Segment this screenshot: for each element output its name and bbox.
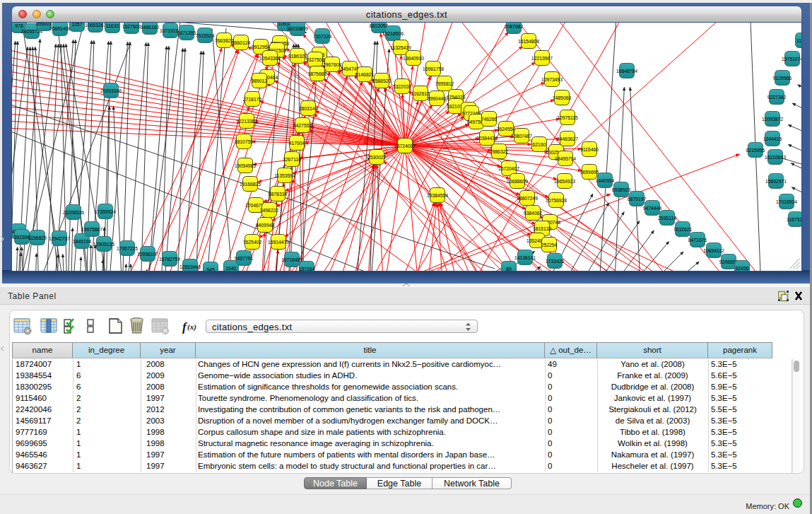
svg-text:1440954: 1440954 [596, 178, 615, 183]
svg-text:12213967: 12213967 [531, 56, 553, 61]
svg-text:12213383: 12213383 [236, 119, 257, 124]
svg-text:12905135: 12905135 [93, 242, 114, 247]
svg-text:2718176: 2718176 [243, 97, 262, 102]
svg-text:12975115: 12975115 [557, 115, 578, 120]
svg-text:10688609: 10688609 [507, 179, 528, 184]
svg-text:1057: 1057 [71, 23, 82, 27]
svg-text:16782759: 16782759 [159, 257, 180, 262]
svg-text:1167534: 1167534 [787, 217, 801, 222]
svg-text:7663822: 7663822 [215, 38, 234, 43]
svg-text:8454749: 8454749 [341, 66, 360, 71]
svg-text:978: 978 [15, 23, 23, 28]
svg-text:1815132: 1815132 [533, 226, 552, 231]
svg-text:252254: 252254 [541, 243, 558, 247]
svg-text:16914479: 16914479 [268, 240, 289, 245]
svg-text:17957225: 17957225 [117, 246, 138, 251]
svg-text:89: 89 [506, 267, 512, 271]
svg-text:12923446: 12923446 [180, 264, 201, 269]
svg-text:11325419: 11325419 [390, 45, 411, 50]
svg-text:(x): (x) [187, 322, 196, 332]
svg-text:2967608: 2967608 [323, 62, 342, 67]
svg-text:10543362: 10543362 [259, 56, 281, 61]
svg-text:16210643: 16210643 [765, 155, 786, 160]
svg-text:12093872: 12093872 [762, 117, 783, 122]
svg-text:2530027: 2530027 [367, 155, 387, 160]
svg-text:62160: 62160 [533, 142, 546, 147]
svg-text:2935114: 2935114 [658, 216, 676, 221]
svg-text:8409948: 8409948 [256, 223, 275, 228]
svg-text:19384554: 19384554 [427, 193, 448, 198]
svg-text:8813054: 8813054 [370, 23, 389, 28]
svg-text:8878334: 8878334 [269, 192, 288, 197]
svg-text:15720407: 15720407 [498, 166, 519, 171]
svg-text:1671355: 1671355 [177, 30, 196, 35]
svg-text:8427552: 8427552 [293, 123, 312, 128]
svg-text:989012: 989012 [252, 78, 268, 83]
svg-text:8660124: 8660124 [232, 40, 251, 45]
svg-text:18495794: 18495794 [555, 156, 576, 161]
svg-text:14463627: 14463627 [557, 136, 578, 141]
svg-text:92456: 92456 [736, 266, 749, 271]
svg-text:7625402: 7625402 [243, 240, 262, 245]
svg-text:1244415: 1244415 [763, 136, 782, 141]
svg-text:20053346: 20053346 [100, 88, 122, 93]
svg-text:8990448: 8990448 [428, 96, 447, 101]
svg-text:746266: 746266 [481, 117, 498, 122]
svg-text:1156829: 1156829 [28, 235, 47, 240]
svg-text:9115460: 9115460 [580, 147, 599, 152]
svg-text:11123: 11123 [796, 38, 801, 43]
svg-text:17359924: 17359924 [95, 209, 116, 214]
svg-text:7357224: 7357224 [313, 34, 332, 39]
svg-text:10756928: 10756928 [546, 198, 567, 203]
svg-text:417004: 417004 [289, 141, 305, 146]
svg-text:15751074: 15751074 [782, 57, 801, 62]
svg-text:1810755: 1810755 [235, 139, 254, 144]
svg-text:16154808: 16154808 [518, 39, 539, 44]
svg-text:7632621: 7632621 [673, 227, 693, 232]
svg-text:9699695: 9699695 [580, 170, 599, 175]
svg-text:2087682: 2087682 [505, 24, 524, 29]
svg-text:8471676: 8471676 [688, 238, 707, 243]
svg-text:19218506: 19218506 [382, 31, 404, 36]
svg-text:1845194: 1845194 [73, 239, 92, 244]
svg-text:10654112: 10654112 [703, 248, 724, 253]
svg-text:7986322: 7986322 [490, 149, 509, 154]
svg-text:17016504: 17016504 [776, 199, 797, 204]
svg-text:7515524: 7515524 [196, 33, 215, 38]
svg-text:9129966: 9129966 [773, 76, 792, 81]
svg-text:18807249: 18807249 [517, 196, 538, 201]
svg-text:11633: 11633 [106, 23, 119, 28]
svg-text:15716485: 15716485 [281, 257, 302, 262]
svg-text:7485063: 7485063 [553, 95, 572, 100]
svg-text:3498222: 3498222 [260, 208, 279, 213]
svg-text:10653267: 10653267 [85, 23, 106, 28]
svg-text:16961758: 16961758 [423, 66, 444, 71]
svg-text:9146821: 9146821 [355, 72, 375, 77]
svg-text:6879197: 6879197 [628, 197, 647, 201]
svg-text:1162615: 1162615 [411, 91, 430, 96]
svg-text:20364436: 20364436 [476, 136, 498, 141]
svg-text:9474444: 9474444 [643, 206, 662, 211]
svg-text:3875685: 3875685 [308, 71, 327, 76]
svg-text:20691406: 20691406 [49, 26, 71, 31]
svg-text:3267110: 3267110 [283, 157, 301, 162]
svg-text:15692971: 15692971 [765, 179, 787, 184]
svg-text:1588520: 1588520 [372, 78, 392, 83]
svg-text:945: 945 [206, 267, 215, 271]
svg-text:10807487: 10807487 [511, 134, 532, 139]
svg-text:19654923: 19654923 [554, 179, 575, 184]
svg-text:9327508: 9327508 [306, 57, 325, 62]
svg-text:13640910: 13640910 [403, 56, 424, 61]
svg-text:14136141: 14136141 [514, 255, 536, 260]
svg-text:8215955: 8215955 [746, 148, 765, 153]
svg-text:20206536: 20206536 [63, 210, 84, 215]
svg-text:7955812: 7955812 [435, 81, 454, 86]
svg-text:12942757: 12942757 [49, 236, 70, 241]
svg-text:19054985: 19054985 [235, 163, 256, 168]
svg-text:2803144: 2803144 [299, 106, 318, 111]
svg-text:16033809: 16033809 [287, 26, 308, 31]
svg-text:10958107: 10958107 [137, 252, 158, 257]
svg-text:9457791: 9457791 [235, 256, 254, 261]
svg-text:9384067: 9384067 [524, 211, 543, 216]
svg-text:11353594: 11353594 [274, 173, 295, 178]
